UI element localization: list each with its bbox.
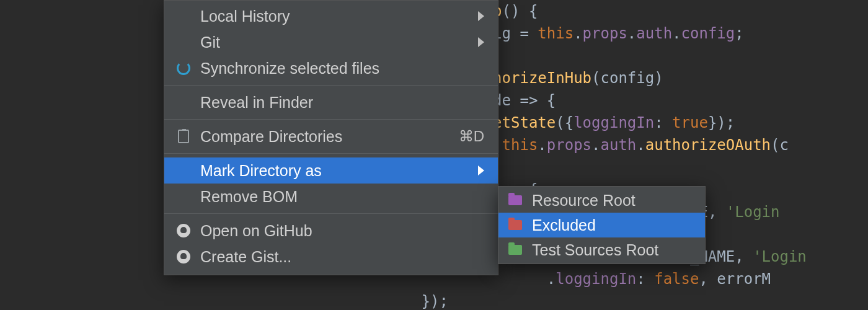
token-prop: loggingIn xyxy=(574,114,654,131)
submenu-item-excluded[interactable]: Excluded xyxy=(498,213,705,237)
menu-item-label: Git xyxy=(200,33,469,51)
folder-green-icon xyxy=(507,242,523,258)
menu-item-remove-bom[interactable]: Remove BOM xyxy=(164,184,498,210)
token-punc: : xyxy=(636,270,654,288)
token-str: 'Login xyxy=(726,203,780,221)
menu-separator xyxy=(164,85,498,86)
menu-item-label: Reveal in Finder xyxy=(200,94,484,112)
token-punc: , errorM xyxy=(699,270,771,288)
code-line: }); xyxy=(332,290,862,310)
token-punc: : xyxy=(654,114,672,131)
token-str: 'Login xyxy=(753,248,807,265)
submenu-item-label: Resource Root xyxy=(532,192,691,210)
folder-red-icon xyxy=(507,217,523,233)
submenu-arrow-icon xyxy=(478,37,484,47)
context-menu: Local HistoryGitSynchronize selected fil… xyxy=(164,0,498,275)
token-bool: false xyxy=(654,270,699,288)
submenu-arrow-icon xyxy=(478,11,484,21)
token-punc: }); xyxy=(708,114,735,131)
blank-icon xyxy=(175,34,192,50)
clipboard-icon xyxy=(175,128,192,144)
blank-icon xyxy=(175,162,192,179)
menu-item-shortcut: ⌘D xyxy=(459,128,484,145)
menu-item-synchronize-selected-files[interactable]: Synchronize selected files xyxy=(164,55,498,81)
menu-item-label: Compare Directories xyxy=(200,128,450,146)
token-prop: loggingIn xyxy=(556,270,636,288)
menu-item-label: Mark Directory as xyxy=(200,162,469,180)
menu-item-open-on-github[interactable]: Open on GitHub xyxy=(164,218,498,244)
blank-icon xyxy=(175,8,192,24)
token-punc: . xyxy=(672,25,681,42)
menu-item-git[interactable]: Git xyxy=(164,29,498,55)
menu-item-mark-directory-as[interactable]: Mark Directory as xyxy=(164,157,498,184)
sync-icon xyxy=(175,60,192,76)
token-prop: props xyxy=(547,136,591,154)
menu-separator xyxy=(164,119,498,120)
token-punc: . xyxy=(636,136,645,154)
token-kw: this xyxy=(502,136,538,154)
submenu-item-label: Test Sources Root xyxy=(532,241,691,259)
token-punc: . xyxy=(627,25,636,42)
menu-item-local-history[interactable]: Local History xyxy=(164,3,498,29)
menu-item-label: Synchronize selected files xyxy=(200,60,484,78)
menu-item-compare-directories[interactable]: Compare Directories⌘D xyxy=(164,123,498,149)
token-punc: = xyxy=(511,25,538,42)
token-prop: props xyxy=(583,25,627,42)
token-punc: . xyxy=(538,136,546,154)
menu-item-label: Create Gist... xyxy=(200,248,484,266)
github-icon xyxy=(175,249,192,265)
blank-icon xyxy=(175,94,192,110)
token-prop: config xyxy=(681,25,735,42)
token-punc: () { xyxy=(502,2,538,20)
token-prop: auth xyxy=(636,25,672,42)
token-punc: . xyxy=(574,25,582,42)
folder-purple-icon xyxy=(507,192,523,208)
blank-icon xyxy=(175,188,192,205)
menu-item-reveal-in-finder[interactable]: Reveal in Finder xyxy=(164,89,498,115)
submenu-item-label: Excluded xyxy=(532,216,691,234)
menu-item-label: Local History xyxy=(200,7,469,25)
token-bool: true xyxy=(672,114,708,131)
submenu-item-test-sources-root[interactable]: Test Sources Root xyxy=(498,237,705,262)
token-punc: (c xyxy=(771,136,789,154)
github-icon xyxy=(175,223,192,239)
menu-separator xyxy=(164,153,498,154)
token-punc: ; xyxy=(735,25,743,42)
token-punc: . xyxy=(591,136,600,154)
menu-item-create-gist-[interactable]: Create Gist... xyxy=(164,244,498,270)
token-call: authorizeOAuth xyxy=(645,136,771,154)
menu-separator xyxy=(164,213,498,214)
token-punc: (config) xyxy=(591,69,663,87)
submenu-item-resource-root[interactable]: Resource Root xyxy=(498,188,705,213)
submenu-arrow-icon xyxy=(478,166,484,175)
token-prop: auth xyxy=(601,136,637,154)
menu-item-label: Remove BOM xyxy=(200,188,484,206)
token-punc: }); xyxy=(404,293,448,310)
token-kw: this xyxy=(538,25,574,42)
menu-item-label: Open on GitHub xyxy=(200,222,484,240)
mark-directory-submenu: Resource RootExcludedTest Sources Root xyxy=(498,186,706,264)
token-punc: ({ xyxy=(556,114,574,131)
